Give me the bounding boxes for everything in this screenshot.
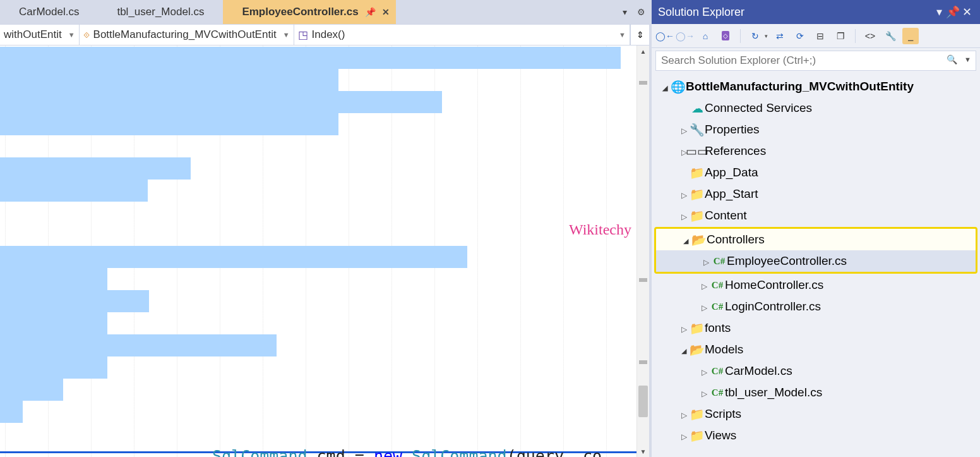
search-icon[interactable]: 🔍 — [947, 54, 957, 64]
expand-toggle[interactable] — [678, 323, 690, 334]
view-code-button[interactable]: <> — [862, 28, 878, 44]
solution-tree[interactable]: 🌐 BottleManufacturing_MVCwithOutEntity ☁… — [652, 73, 980, 457]
scroll-thumb[interactable] — [638, 386, 648, 417]
tab-tbl-user-model[interactable]: tbl_user_Model.cs — [98, 0, 223, 24]
tree-label: Scripts — [705, 407, 741, 421]
expand-toggle[interactable] — [698, 302, 710, 312]
tree-item-tbluser-model[interactable]: C# tbl_user_Model.cs — [654, 382, 977, 403]
folder-icon: 📁 — [690, 407, 705, 422]
tree-label: HomeController.cs — [725, 278, 823, 292]
chevron-down-icon: ▼ — [280, 31, 290, 39]
expand-toggle[interactable] — [698, 280, 710, 291]
code-token: SqlCommand — [412, 447, 507, 457]
solution-explorer-search[interactable]: 🔍 ▼ — [655, 51, 976, 71]
tree-label: Views — [705, 429, 736, 442]
code-token: (query, co — [507, 447, 602, 457]
pin-icon[interactable]: 📌 — [946, 5, 960, 19]
tree-item-controllers[interactable]: 📂 Controllers — [656, 229, 976, 250]
expand-toggle[interactable] — [680, 235, 691, 245]
tree-item-connected-services[interactable]: ☁ Connected Services — [654, 97, 977, 119]
tree-item-appstart[interactable]: 📁 App_Start — [654, 183, 977, 205]
collapse-all-button[interactable]: ⊟ — [812, 28, 828, 44]
csharp-file-icon: C# — [710, 280, 725, 291]
code-content[interactable]: SqlCommand cmd = new SqlCommand(query, c… — [0, 46, 649, 457]
home-button[interactable]: ⌂ — [697, 28, 714, 44]
pin-icon[interactable]: 📌 — [365, 7, 376, 17]
expand-toggle[interactable] — [678, 210, 690, 221]
scroll-down-button[interactable]: ▼ — [637, 446, 649, 457]
solution-explorer-panel: Solution Explorer ▾ 📌 ✕ ◯← ◯→ ⌂ ◇ ↻▾ ⇄ ⟳… — [652, 0, 980, 457]
expand-toggle[interactable] — [698, 366, 710, 377]
code-navigation-bar: withOutEntit▼ ⟐ BottleManufacturing_MVCw… — [0, 24, 649, 46]
tab-label: CarModel.cs — [19, 6, 79, 18]
expand-toggle[interactable] — [678, 125, 690, 135]
csharp-file-icon: C# — [712, 256, 727, 267]
expand-toggle[interactable] — [678, 344, 690, 355]
solution-explorer-titlebar[interactable]: Solution Explorer ▾ 📌 ✕ — [652, 0, 980, 24]
tree-item-content[interactable]: 📁 Content — [654, 205, 977, 226]
code-token: cmd — [308, 447, 355, 457]
class-dropdown[interactable]: ⟐ BottleManufacturing_MVCwithOutEntit▼ — [80, 25, 294, 45]
tree-label: App_Start — [705, 187, 758, 201]
namespace-dropdown[interactable]: withOutEntit▼ — [0, 25, 80, 45]
scroll-up-button[interactable]: ▲ — [637, 46, 649, 57]
tree-item-home-controller[interactable]: C# HomeController.cs — [654, 274, 977, 296]
split-editor-button[interactable]: ⇕ — [630, 25, 649, 45]
csharp-file-icon: C# — [710, 366, 725, 377]
tab-overflow-button[interactable]: ▾ — [616, 0, 633, 24]
tree-item-scripts[interactable]: 📁 Scripts — [654, 403, 977, 425]
expand-toggle[interactable] — [678, 409, 690, 420]
tree-item-views[interactable]: 📁 Views — [654, 425, 977, 446]
tree-project-root[interactable]: 🌐 BottleManufacturing_MVCwithOutEntity — [654, 76, 977, 97]
project-icon: 🌐 — [671, 80, 686, 94]
panel-menu-icon[interactable]: ▾ — [932, 5, 946, 19]
tab-carmodel[interactable]: CarModel.cs — [0, 0, 98, 24]
method-dropdown[interactable]: ◳ Index() ▼ — [294, 25, 630, 45]
method-icon: ◳ — [298, 28, 308, 42]
vertical-scrollbar[interactable]: ▲ ▼ — [636, 46, 649, 457]
tree-item-properties[interactable]: 🔧 Properties — [654, 119, 977, 140]
code-token: = — [355, 447, 364, 457]
references-icon: ▭▭ — [690, 144, 705, 159]
preview-selected-button[interactable]: ⎯ — [902, 28, 919, 44]
tab-employee-controller[interactable]: EmployeeController.cs 📌 ✕ — [223, 0, 395, 24]
nav-label: BottleManufacturing_MVCwithOutEntit — [93, 28, 277, 41]
solution-explorer-toolbar: ◯← ◯→ ⌂ ◇ ↻▾ ⇄ ⟳ ⊟ ❐ <> 🔧 ⎯ — [652, 24, 980, 48]
tree-item-fonts[interactable]: 📁 fonts — [654, 317, 977, 339]
properties-button[interactable]: 🔧 — [882, 28, 899, 44]
back-button[interactable]: ◯← — [657, 28, 673, 44]
pending-changes-button[interactable]: ⇄ — [772, 28, 788, 44]
expand-toggle[interactable] — [678, 189, 690, 200]
expand-toggle[interactable] — [659, 82, 671, 92]
sync-with-active-button[interactable]: ◇ — [717, 28, 734, 44]
tree-item-login-controller[interactable]: C# LoginController.cs — [654, 296, 977, 317]
refresh-icon[interactable]: ⟳ — [792, 28, 808, 44]
tab-settings-button[interactable]: ⚙ — [633, 0, 649, 24]
expand-toggle[interactable] — [678, 430, 690, 441]
tree-label: References — [705, 144, 766, 158]
close-icon[interactable]: ✕ — [960, 5, 974, 19]
document-tab-strip: CarModel.cs tbl_user_Model.cs EmployeeCo… — [0, 0, 649, 24]
tree-item-references[interactable]: ▭▭ References — [654, 140, 977, 162]
forward-button[interactable]: ◯→ — [677, 28, 693, 44]
expand-toggle[interactable] — [700, 256, 712, 267]
expand-toggle[interactable] — [698, 387, 710, 398]
tree-label: Connected Services — [705, 101, 812, 115]
code-token: SqlCommand — [212, 447, 308, 457]
class-icon: ⟐ — [83, 28, 90, 41]
tree-item-employee-controller[interactable]: C# EmployeeController.cs — [656, 250, 976, 272]
tab-label: EmployeeController.cs — [242, 6, 358, 18]
csharp-file-icon: C# — [710, 302, 725, 312]
tree-label: tbl_user_Model.cs — [725, 386, 822, 399]
close-icon[interactable]: ✕ — [382, 7, 390, 17]
search-input[interactable] — [655, 51, 976, 71]
show-all-files-button[interactable]: ❐ — [832, 28, 849, 44]
folder-icon: 📁 — [690, 209, 705, 223]
tree-item-carmodel[interactable]: C# CarModel.cs — [654, 360, 977, 382]
refresh-button[interactable]: ↻ — [747, 28, 763, 44]
chevron-down-icon[interactable]: ▼ — [964, 56, 971, 63]
tree-item-appdata[interactable]: 📁 App_Data — [654, 162, 977, 183]
csharp-file-icon: C# — [710, 387, 725, 398]
tree-item-models[interactable]: 📂 Models — [654, 339, 977, 360]
tree-label: LoginController.cs — [725, 300, 821, 314]
